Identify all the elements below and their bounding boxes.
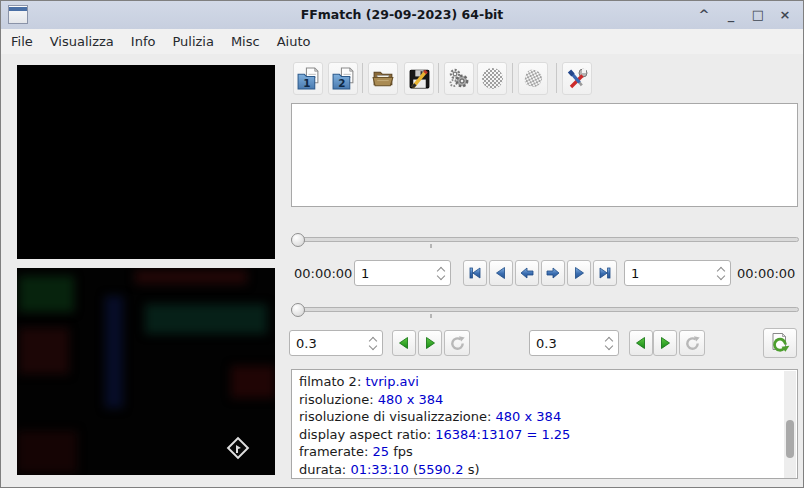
frame-spinner-right[interactable]: 1 (624, 260, 731, 286)
title-bar[interactable]: FFmatch (29-09-2023) 64-bit ^ _ □ × (1, 1, 803, 29)
spin-down-icon[interactable] (369, 345, 377, 350)
nudge-forward-right-button[interactable] (653, 330, 677, 356)
menu-item-info[interactable]: Info (131, 34, 156, 49)
open-video-1-button[interactable]: 1 (293, 62, 323, 95)
info-line: risoluzione di visualizzazione: 480 x 38… (299, 408, 779, 426)
video-info-panel[interactable]: filmato 2: tvrip.avirisoluzione: 480 x 3… (291, 369, 798, 479)
info-line: display aspect ratio: 16384:13107 = 1.25 (299, 426, 779, 444)
jump-back-button[interactable] (515, 260, 539, 286)
video-panel-1[interactable] (17, 65, 275, 259)
frame-spinner-left-value[interactable]: 1 (355, 266, 432, 281)
step-back-button[interactable] (489, 260, 513, 286)
step-spinner-right[interactable]: 0.3 (529, 330, 619, 356)
save-edit-button[interactable] (404, 62, 434, 95)
disabled-action-2-button (518, 62, 548, 95)
nudge-forward-left-button[interactable] (418, 330, 442, 356)
maximize-button[interactable]: □ (750, 1, 766, 29)
info-text: filmato 2: tvrip.avirisoluzione: 480 x 3… (299, 373, 779, 478)
toolbar-separator (512, 63, 513, 93)
reset-right-button (679, 330, 705, 356)
scrollbar-thumb[interactable] (786, 420, 794, 458)
nudge-back-left-button[interactable] (392, 330, 416, 356)
seek-slider-2[interactable] (291, 302, 801, 318)
spin-up-icon[interactable] (717, 267, 725, 272)
timecode-right: 00:00:00 (737, 266, 795, 281)
nudge-back-right-button[interactable] (629, 330, 653, 356)
video-panel-2[interactable] (17, 268, 275, 475)
menu-item-pulizia[interactable]: Pulizia (172, 34, 213, 49)
menu-bar: FileVisualizzaInfoPuliziaMiscAiuto (1, 29, 803, 54)
slider-thumb[interactable] (291, 303, 305, 317)
info-line: filmato 2: tvrip.avi (299, 373, 779, 391)
slider-thumb[interactable] (291, 233, 305, 247)
reset-left-button (444, 330, 470, 356)
window-controls: ^ _ □ × (696, 1, 793, 29)
info-line: durata: 01:33:10 (5590.2 s) (299, 461, 779, 479)
frame-spinner-left[interactable]: 1 (354, 260, 451, 286)
timecode-left: 00:00:00 (294, 266, 352, 281)
disabled-icon (522, 68, 543, 89)
menu-item-file[interactable]: File (11, 34, 33, 49)
jump-forward-button[interactable] (541, 260, 565, 286)
menu-item-aiuto[interactable]: Aiuto (277, 34, 311, 49)
spin-up-icon[interactable] (369, 337, 377, 342)
window-title: FFmatch (29-09-2023) 64-bit (1, 1, 803, 29)
open-video-2-button[interactable]: 2 (328, 62, 358, 95)
step-spinner-right-value[interactable]: 0.3 (530, 336, 600, 351)
slider-tick (430, 314, 432, 318)
spin-up-icon[interactable] (605, 337, 613, 342)
settings-tools-button[interactable] (562, 62, 592, 95)
slider-track[interactable] (291, 307, 799, 312)
close-button[interactable]: × (777, 1, 793, 29)
open-folder-button[interactable] (368, 62, 398, 95)
toolbar-separator (438, 63, 439, 93)
process-gears-button[interactable] (444, 62, 474, 95)
step-forward-button[interactable] (567, 260, 591, 286)
match-list-panel[interactable] (291, 103, 798, 207)
step-spinner-left[interactable]: 0.3 (289, 330, 383, 356)
spin-down-icon[interactable] (717, 275, 725, 280)
toolbar-separator (362, 63, 363, 93)
minimize-button[interactable]: _ (723, 1, 739, 29)
menu-item-misc[interactable]: Misc (231, 34, 260, 49)
app-window: FFmatch (29-09-2023) 64-bit ^ _ □ × File… (0, 0, 804, 488)
menu-item-visualizza[interactable]: Visualizza (50, 34, 114, 49)
skip-start-button[interactable] (463, 260, 487, 286)
refresh-info-button[interactable] (763, 328, 797, 358)
folder-2-number: 2 (338, 77, 345, 89)
info-scrollbar[interactable] (784, 371, 796, 479)
slider-tick (430, 244, 432, 248)
seek-slider-1[interactable] (291, 232, 801, 248)
skip-end-button[interactable] (593, 260, 617, 286)
step-spinner-left-value[interactable]: 0.3 (290, 336, 364, 351)
slider-track[interactable] (291, 237, 799, 242)
spin-down-icon[interactable] (605, 345, 613, 350)
disabled-icon (482, 68, 503, 89)
info-line: framerate: 25 fps (299, 443, 779, 461)
shade-button[interactable]: ^ (696, 1, 712, 29)
spin-down-icon[interactable] (437, 275, 445, 280)
toolbar-separator (556, 63, 557, 93)
spin-up-icon[interactable] (437, 267, 445, 272)
channel-logo-icon (225, 435, 251, 461)
frame-spinner-right-value[interactable]: 1 (625, 266, 712, 281)
info-line: risoluzione: 480 x 384 (299, 391, 779, 409)
disabled-action-1-button (477, 62, 507, 95)
folder-1-number: 1 (303, 77, 310, 89)
